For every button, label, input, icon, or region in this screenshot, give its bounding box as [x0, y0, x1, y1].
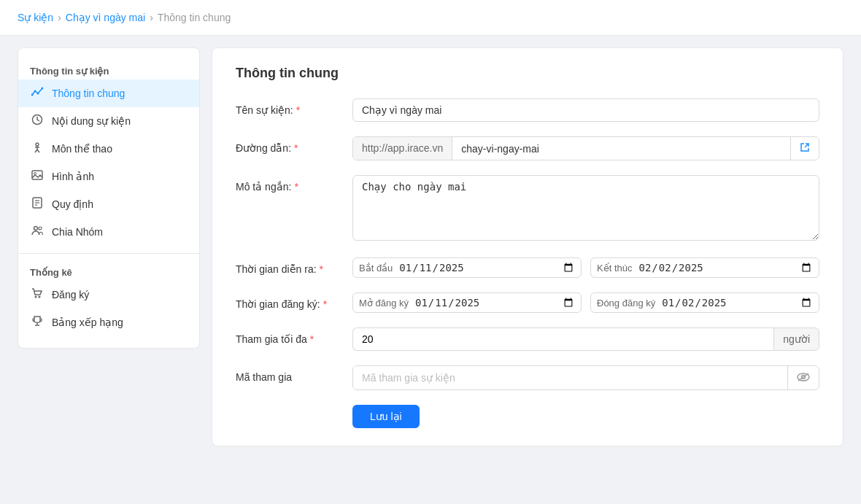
rules-icon — [30, 197, 45, 212]
svg-point-1 — [34, 90, 36, 93]
sidebar-item-thong-tin-chung[interactable]: Thông tin chung — [18, 80, 199, 107]
url-field: http://app.irace.vn — [352, 136, 819, 160]
reg-time-field: Mở đăng ký Đóng đăng ký — [352, 292, 819, 313]
event-time-field: Bắt đầu Kết thúc — [352, 257, 819, 278]
svg-point-11 — [34, 173, 36, 175]
sidebar-item-label: Nội dung sự kiện — [52, 115, 131, 127]
svg-point-5 — [36, 143, 39, 146]
end-label: Kết thúc — [597, 263, 632, 274]
form-row-description: Mô tả ngắn:* Chạy cho ngày mai — [236, 175, 819, 243]
sidebar-item-label: Hình ảnh — [52, 171, 94, 182]
sidebar-item-label: Thông tin chung — [52, 88, 125, 99]
sidebar-item-label: Đăng ký — [52, 289, 89, 301]
sidebar-item-label: Quy định — [52, 198, 93, 210]
reg-open-date-input[interactable] — [414, 296, 575, 309]
sidebar-item-label: Chia Nhóm — [52, 226, 103, 238]
svg-point-17 — [39, 227, 42, 230]
reg-close-label: Đóng đăng ký — [597, 298, 655, 309]
main-content: Thông tin chung Tên sự kiện:* Đường dẫn:… — [212, 47, 843, 446]
url-input[interactable] — [452, 137, 790, 160]
max-participants-field: người — [352, 327, 819, 351]
participants-suffix: người — [773, 327, 819, 351]
breadcrumb-su-kien[interactable]: Sự kiện — [18, 12, 53, 23]
sidebar-item-label: Môn thể thao — [52, 143, 112, 155]
url-label: Đường dẫn:* — [236, 136, 352, 154]
svg-line-9 — [37, 150, 39, 152]
form-row-max-participants: Tham gia tối đa* người — [236, 327, 819, 351]
sidebar-divider — [18, 253, 199, 254]
chart-icon — [30, 86, 45, 101]
access-code-label: Mã tham gia — [236, 365, 352, 383]
sidebar-item-noi-dung-su-kien[interactable]: Nội dung sự kiện — [18, 107, 199, 135]
cart-icon — [30, 287, 45, 302]
sidebar-item-dang-ky[interactable]: Đăng ký — [18, 281, 199, 309]
svg-point-19 — [39, 296, 41, 298]
form-row-url: Đường dẫn:* http://app.irace.vn — [236, 136, 819, 160]
sidebar-item-quy-dinh[interactable]: Quy định — [18, 190, 199, 218]
sidebar-item-mon-the-thao[interactable]: Môn thể thao — [18, 135, 199, 163]
start-date-item: Bắt đầu — [352, 257, 582, 278]
start-label: Bắt đầu — [359, 263, 393, 274]
event-name-label: Tên sự kiện:* — [236, 98, 352, 116]
sidebar-item-hinh-anh[interactable]: Hình ảnh — [18, 163, 199, 190]
form-row-access-code: Mã tham gia — [236, 365, 819, 390]
event-time-label: Thời gian diễn ra:* — [236, 257, 352, 275]
end-date-item: Kết thúc — [590, 257, 819, 278]
sidebar: Thông tin sự kiện Thông tin chung — [18, 47, 200, 349]
url-external-link-button[interactable] — [790, 137, 819, 160]
end-date-input[interactable] — [638, 261, 813, 274]
access-code-input[interactable] — [353, 366, 787, 389]
event-name-field — [352, 98, 819, 122]
sidebar-item-bang-xep-hang[interactable]: Bảng xếp hạng — [18, 309, 199, 336]
sidebar-section-stats: Thống kê — [18, 261, 199, 281]
code-input-group — [352, 365, 819, 390]
trophy-icon — [30, 315, 45, 330]
reg-time-label: Thời gian đăng ký:* — [236, 292, 352, 310]
sidebar-item-chia-nhom[interactable]: Chia Nhóm — [18, 218, 199, 246]
max-participants-label: Tham gia tối đa* — [236, 327, 352, 345]
breadcrumb-chay-vi-ngay-mai[interactable]: Chạy vì ngày mai — [66, 12, 145, 23]
svg-point-18 — [35, 296, 37, 298]
start-date-input[interactable] — [398, 261, 575, 274]
reg-close-date-input[interactable] — [661, 296, 813, 309]
description-field: Chạy cho ngày mai — [352, 175, 819, 243]
form-row-event-name: Tên sự kiện:* — [236, 98, 819, 122]
reg-close-item: Đóng đăng ký — [590, 292, 819, 313]
event-name-input[interactable] — [352, 98, 819, 122]
clock-icon — [30, 114, 45, 128]
form-row-reg-time: Thời gian đăng ký:* Mở đăng ký Đóng đăng… — [236, 292, 819, 313]
access-code-field — [352, 365, 819, 390]
save-button[interactable]: Lưu lại — [352, 405, 420, 428]
code-visibility-toggle-button[interactable] — [787, 366, 819, 389]
breadcrumb: Sự kiện › Chạy vì ngày mai › Thông tin c… — [0, 0, 861, 36]
group-icon — [30, 225, 45, 239]
sidebar-section-event: Thông tin sự kiện — [18, 60, 199, 80]
max-participants-input[interactable] — [352, 327, 773, 351]
image-icon — [30, 169, 45, 184]
breadcrumb-thong-tin-chung: Thông tin chung — [158, 12, 231, 23]
svg-point-2 — [37, 93, 39, 95]
description-textarea[interactable]: Chạy cho ngày mai — [352, 175, 819, 241]
url-input-group: http://app.irace.vn — [352, 136, 819, 160]
reg-open-label: Mở đăng ký — [359, 298, 409, 309]
form-row-event-time: Thời gian diễn ra:* Bắt đầu Kết thúc — [236, 257, 819, 278]
reg-open-item: Mở đăng ký — [352, 292, 582, 313]
svg-point-16 — [34, 227, 38, 230]
url-prefix: http://app.irace.vn — [353, 137, 452, 160]
description-label: Mô tả ngắn:* — [236, 175, 352, 193]
sidebar-item-label: Bảng xếp hạng — [52, 317, 123, 328]
form-actions: Lưu lại — [236, 405, 819, 428]
sport-icon — [30, 141, 45, 156]
page-title: Thông tin chung — [236, 66, 819, 81]
